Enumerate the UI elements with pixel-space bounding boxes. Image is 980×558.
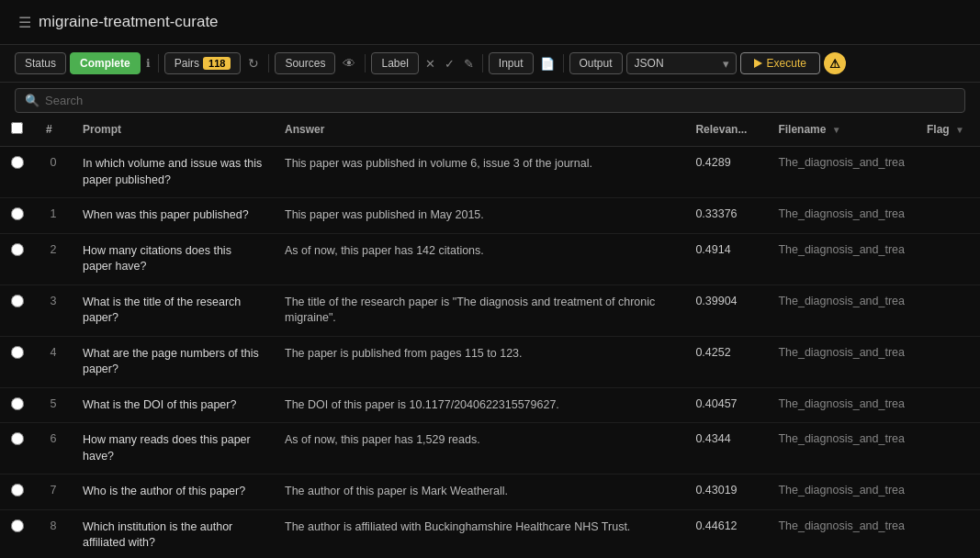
row-relevance: 0.39904 [684,285,767,336]
row-answer: This paper was published in volume 6, is… [274,147,684,198]
refresh-icon[interactable]: ↻ [244,56,263,71]
search-bar-row: 🔍 [0,83,980,113]
row-filename: The_diagnosis_and_trea [767,387,916,423]
row-prompt: When was this paper published? [72,198,274,234]
col-header-check[interactable] [0,113,35,147]
search-input[interactable] [45,94,955,107]
row-checkbox-cell[interactable] [0,423,35,474]
pencil-icon[interactable]: ✎ [461,57,477,71]
format-select[interactable]: JSON CSV YAML [626,52,737,74]
row-radio[interactable] [11,397,24,410]
row-answer: As of now, this paper has 1,529 reads. [274,423,684,474]
sep1 [158,54,159,73]
pairs-button[interactable]: Pairs 118 [164,52,242,74]
row-answer: The author is affiliated with Buckingham… [274,509,684,546]
select-all-checkbox[interactable] [11,122,23,134]
row-prompt: What are the page numbers of this paper? [72,336,274,387]
row-filename: The_diagnosis_and_trea [767,198,916,234]
row-prompt: In which volume and issue was this paper… [72,147,274,198]
col-header-flag[interactable]: Flag ▼ [916,113,980,147]
row-prompt: How many citations does this paper have? [72,233,274,285]
row-checkbox-cell[interactable] [0,509,35,546]
row-answer: The paper is published from pages 115 to… [274,336,684,387]
status-button[interactable]: Status [15,52,66,74]
row-relevance: 0.4914 [684,233,767,285]
data-table-wrap: # Prompt Answer Relevan... Filename ▼ Fl… [0,113,980,546]
output-button[interactable]: Output [569,52,623,74]
row-checkbox-cell[interactable] [0,387,35,423]
row-filename: The_diagnosis_and_trea [767,233,916,285]
row-relevance: 0.4252 [684,336,767,387]
row-radio[interactable] [11,346,24,359]
file-icon[interactable]: 📄 [537,57,558,71]
complete-button[interactable]: Complete [70,52,141,74]
eye-icon[interactable]: 👁 [339,56,359,71]
input-button[interactable]: Input [489,52,534,74]
row-relevance: 0.44612 [684,509,767,546]
row-num: 7 [35,474,72,510]
execute-triangle-icon [754,59,762,68]
sep5 [563,54,564,73]
row-checkbox-cell[interactable] [0,474,35,510]
row-flag [916,285,980,336]
table-body: 0 In which volume and issue was this pap… [0,147,980,547]
col-header-filename[interactable]: Filename ▼ [767,113,916,147]
row-num: 8 [35,509,72,546]
sources-button[interactable]: Sources [275,52,335,74]
row-relevance: 0.4289 [684,147,767,198]
filename-sort-icon: ▼ [832,125,841,135]
table-header-row: # Prompt Answer Relevan... Filename ▼ Fl… [0,113,980,147]
col-header-answer: Answer [274,113,684,147]
table-row: 8 Which institution is the author affili… [0,509,980,546]
format-select-wrap[interactable]: JSON CSV YAML [626,52,737,74]
execute-button[interactable]: Execute [740,52,820,74]
row-radio[interactable] [11,243,24,256]
row-num: 4 [35,336,72,387]
table-row: 3 What is the title of the research pape… [0,285,980,336]
x-icon[interactable]: ✕ [422,57,438,71]
app-title: migraine-treatment-curate [39,13,219,31]
row-radio[interactable] [11,295,24,307]
row-radio[interactable] [11,432,24,445]
info-icon[interactable]: ℹ [144,53,152,73]
sep2 [268,54,269,73]
pairs-label: Pairs [175,57,199,70]
row-radio[interactable] [11,519,24,532]
pairs-count-badge: 118 [203,57,231,70]
list-icon: ☰ [18,14,31,31]
table-row: 6 How many reads does this paper have? A… [0,423,980,474]
row-checkbox-cell[interactable] [0,147,35,198]
row-radio[interactable] [11,156,24,169]
row-checkbox-cell[interactable] [0,198,35,234]
table-row: 7 Who is the author of this paper? The a… [0,474,980,510]
warn-icon[interactable]: ⚠ [824,52,846,74]
row-prompt: How many reads does this paper have? [72,423,274,474]
row-checkbox-cell[interactable] [0,285,35,336]
row-flag [916,336,980,387]
row-answer: The author of this paper is Mark Weather… [274,474,684,510]
row-flag [916,509,980,546]
row-filename: The_diagnosis_and_trea [767,423,916,474]
sep3 [365,54,366,73]
row-flag [916,233,980,285]
row-radio[interactable] [11,484,24,497]
col-header-prompt: Prompt [72,113,274,147]
row-checkbox-cell[interactable] [0,336,35,387]
row-relevance: 0.4344 [684,423,767,474]
label-button[interactable]: Label [371,52,418,74]
row-radio[interactable] [11,207,24,220]
check-icon[interactable]: ✓ [442,57,457,71]
row-filename: The_diagnosis_and_trea [767,336,916,387]
row-num: 1 [35,198,72,234]
table-row: 1 When was this paper published? This pa… [0,198,980,234]
execute-label: Execute [767,57,806,70]
row-flag [916,198,980,234]
col-header-relevance[interactable]: Relevan... [684,113,767,147]
row-answer: This paper was published in May 2015. [274,198,684,234]
row-checkbox-cell[interactable] [0,233,35,285]
row-num: 2 [35,233,72,285]
table-row: 2 How many citations does this paper hav… [0,233,980,285]
row-num: 5 [35,387,72,423]
table-row: 5 What is the DOI of this paper? The DOI… [0,387,980,423]
row-filename: The_diagnosis_and_trea [767,285,916,336]
